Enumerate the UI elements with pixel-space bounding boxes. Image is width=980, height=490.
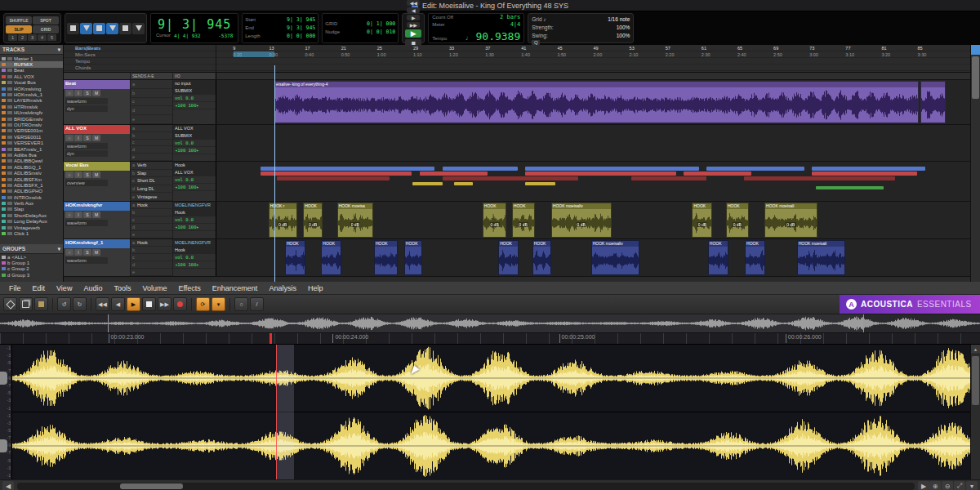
menu-audio[interactable]: Audio: [78, 282, 108, 295]
track-mute-button[interactable]: M: [92, 172, 100, 178]
main-counter[interactable]: 9| 3| 945 Cursor 4| 4| 932 -5378: [150, 13, 238, 43]
grabber-tool-button[interactable]: [106, 23, 118, 34]
track-name[interactable]: Vocal Bus: [64, 162, 130, 171]
track-mute-button[interactable]: M: [92, 249, 100, 256]
group-clip-strip[interactable]: [261, 167, 434, 171]
tracks-panel-header[interactable]: TRACKS ▾: [0, 45, 63, 55]
clip-gain-label[interactable]: 0 dB: [308, 222, 318, 227]
send-slot-b[interactable]: b: [131, 132, 172, 140]
audio-clip[interactable]: HOOK: [745, 240, 765, 275]
group-clip-strip[interactable]: [525, 172, 676, 176]
audio-clip[interactable]: HOOK moeisali: [797, 240, 845, 275]
send-slot-c[interactable]: c: [131, 140, 172, 147]
right-channel-waveform[interactable]: [12, 412, 970, 479]
horizontal-scrollbar-thumb[interactable]: [120, 483, 183, 489]
sidebar-track-hokmslving[interactable]: HOKmslving: [0, 86, 63, 91]
overview-view-range[interactable]: [108, 314, 864, 332]
zoom-fit-button[interactable]: ⤢: [954, 481, 965, 490]
group-clip-strip[interactable]: [525, 167, 698, 171]
track-input-button[interactable]: I: [74, 249, 82, 256]
sidebar-track-long-delayaux[interactable]: Long DelayAux: [0, 219, 63, 225]
track-name[interactable]: ALL VOX: [64, 125, 130, 134]
zoom-menu-button[interactable]: ▾: [966, 481, 978, 490]
track-input-path[interactable]: no input: [173, 80, 216, 87]
group-clip-strip[interactable]: [684, 172, 751, 176]
group-clip-strip[interactable]: [706, 167, 804, 171]
sidebar-track-beat[interactable]: Beat: [0, 68, 63, 74]
group-group-1[interactable]: bGroup 1: [0, 260, 63, 265]
audio-clip[interactable]: HOOK0 dB: [512, 203, 535, 238]
group-clip-strip[interactable]: [631, 176, 706, 180]
zoom-in-button[interactable]: ⊕: [929, 481, 941, 490]
group-clip-strip[interactable]: [744, 176, 895, 180]
next-button[interactable]: ▶▶: [158, 297, 172, 311]
send-slot-e[interactable]: eVintageve: [131, 193, 172, 201]
audio-clip[interactable]: HOOK moeisali0 dB: [764, 203, 817, 238]
track-output-path[interactable]: SUBMIX: [173, 87, 216, 95]
sidebar-track-hokmslvk_1[interactable]: HOKmslvk_1: [0, 91, 63, 97]
audio-clip[interactable]: HOOK0 dB: [726, 203, 749, 238]
track-input-button[interactable]: I: [74, 90, 82, 96]
menu-volume[interactable]: Volume: [136, 282, 172, 295]
sidebar-track-vocal-bus[interactable]: Vocal Bus: [0, 80, 63, 86]
sidebar-track-verse0011[interactable]: VERSE0011: [0, 134, 63, 140]
ruler-label-chords[interactable]: Chords: [64, 65, 216, 71]
sidebar-track-shortdelayaux[interactable]: ShortDelayAux: [0, 212, 63, 218]
send-slot-b[interactable]: bSlap: [131, 170, 172, 178]
selection-length-row[interactable]: Length0| 0| 000: [245, 33, 315, 40]
group-clip-strip[interactable]: [412, 182, 443, 185]
sidebar-track-all-vox[interactable]: ALL VOX: [0, 74, 63, 79]
pencil-tool-button[interactable]: /: [250, 297, 264, 311]
audio-clip[interactable]: HOOK moeisaliv: [591, 240, 639, 275]
meter-value[interactable]: 4|4: [510, 21, 521, 28]
group-clip-strip[interactable]: [443, 176, 578, 180]
send-slot-c[interactable]: c: [131, 216, 172, 224]
sidebar-track-beatmslv_1[interactable]: BEATmslv_1: [0, 146, 63, 152]
zoom-preset-2-button[interactable]: 2: [18, 34, 27, 41]
track-rec-button[interactable]: ○: [65, 90, 74, 96]
send-slot-a[interactable]: aHook: [131, 239, 172, 247]
track-volume[interactable]: vol 0.0: [173, 216, 216, 224]
clip-gain-label[interactable]: 0 dB: [697, 222, 707, 227]
channel2-handle[interactable]: [0, 439, 7, 452]
minsecs-ruler[interactable]: 0:200:300:400:501:001:101:201:301:401:50…: [216, 51, 970, 58]
send-slot-b[interactable]: b: [131, 89, 172, 98]
track-input-path[interactable]: ALL VOX: [173, 125, 216, 132]
group-clip-strip[interactable]: [277, 176, 390, 180]
audio-clip[interactable]: HOOK: [404, 240, 422, 275]
chords-ruler[interactable]: [216, 65, 970, 71]
track-volume[interactable]: vol 0.0: [173, 95, 216, 102]
track-rec-button[interactable]: ○: [65, 212, 74, 218]
track-solo-button[interactable]: S: [83, 212, 91, 218]
zoom-preset-1-button[interactable]: 1: [8, 34, 17, 41]
track-lane[interactable]: HOOKHOOKHOOKHOOKHOOKHOOKHOOK moeisalivHO…: [216, 239, 970, 276]
track-output-path[interactable]: SUBMIX: [173, 132, 216, 140]
clip-gain-label[interactable]: 0 dB: [519, 222, 528, 227]
track-header[interactable]: HOKmslvkngfvr○ISMwaveform: [64, 202, 131, 238]
to-start-button[interactable]: ◀◀: [407, 0, 420, 6]
grid-panel-row-2[interactable]: Swing:100%: [532, 32, 630, 39]
selection-start-row[interactable]: Start9| 3| 945: [245, 16, 315, 24]
selection-end-row[interactable]: End9| 3| 945: [245, 24, 315, 32]
sidebar-track-adlibgq_1[interactable]: ADLIBGQ_1: [0, 164, 63, 170]
audio-clip[interactable]: HOOK: [321, 240, 341, 275]
scroll-left-button[interactable]: ◀: [2, 481, 14, 490]
track-volume[interactable]: vol 0.0: [173, 176, 216, 184]
left-channel-waveform[interactable]: [12, 345, 970, 412]
marker-button[interactable]: ▾: [212, 297, 225, 311]
selector-tool-button[interactable]: [93, 23, 105, 34]
track-pan[interactable]: ◂100 100▸: [173, 184, 216, 191]
audio-clip[interactable]: HOOK: [708, 240, 728, 275]
forward-button[interactable]: ▶: [407, 15, 420, 20]
track-solo-button[interactable]: S: [83, 135, 91, 141]
audio-clip[interactable]: HOOK: [532, 240, 551, 275]
send-slot-a[interactable]: aVerb: [131, 162, 172, 170]
zoom-tool-button[interactable]: ○: [234, 297, 248, 311]
group-clip-strip[interactable]: [443, 167, 518, 171]
group-clip-strip[interactable]: [812, 167, 924, 171]
send-slot-b[interactable]: b: [131, 209, 172, 216]
sidebar-track-verb-aux[interactable]: Verb Aux: [0, 200, 63, 206]
send-slot-c[interactable]: cShort DL: [131, 177, 172, 185]
sidebar-track-vintageverb[interactable]: Vintageverb: [0, 225, 63, 230]
track-solo-button[interactable]: S: [83, 249, 91, 256]
